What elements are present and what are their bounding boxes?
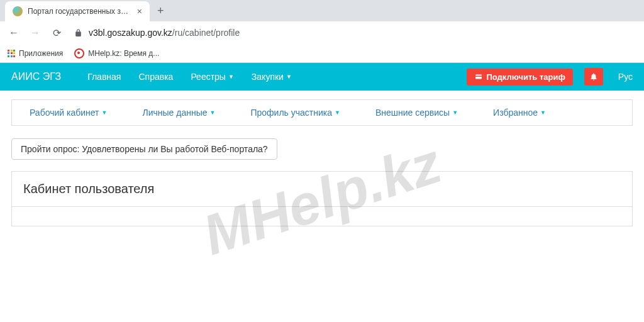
chevron-down-icon: ▼ <box>452 109 458 116</box>
mhelp-favicon <box>74 48 84 58</box>
nav-registries[interactable]: Реестры▼ <box>182 72 242 82</box>
lock-icon <box>74 29 82 37</box>
chevron-down-icon: ▼ <box>228 74 234 80</box>
chevron-down-icon: ▼ <box>335 109 340 116</box>
svg-rect-1 <box>475 76 482 77</box>
nav-purchases[interactable]: Закупки▼ <box>243 72 301 82</box>
bookmark-mhelp[interactable]: MHelp.kz: Время д... <box>74 48 159 58</box>
notifications-button[interactable] <box>584 68 603 86</box>
new-tab-button[interactable]: + <box>150 4 172 18</box>
brand-logo[interactable]: АИИС ЭГЗ <box>11 71 61 82</box>
connect-tariff-button[interactable]: Подключить тариф <box>467 69 573 86</box>
tab-bar: Портал государственных закупо × + <box>0 0 644 21</box>
top-nav: АИИС ЭГЗ Главная Справка Реестры▼ Закупк… <box>0 63 644 91</box>
language-switch[interactable]: Рус <box>618 72 633 82</box>
chevron-down-icon: ▼ <box>540 109 546 116</box>
panel-body <box>12 207 632 226</box>
survey-link[interactable]: Пройти опрос: Удовлетворены ли Вы работо… <box>11 138 277 160</box>
subnav-external[interactable]: Внешние сервисы▼ <box>358 108 475 118</box>
forward-button[interactable]: → <box>29 27 42 38</box>
bookmark-apps[interactable]: Приложения <box>8 49 63 58</box>
back-button[interactable]: ← <box>8 27 20 38</box>
subnav-profile[interactable]: Профиль участника▼ <box>233 108 358 118</box>
nav-help[interactable]: Справка <box>130 72 182 82</box>
apps-icon <box>8 50 15 57</box>
url-text: v3bl.goszakup.gov.kz/ru/cabinet/profile <box>89 28 240 38</box>
close-icon[interactable]: × <box>137 6 142 16</box>
subnav-favorites[interactable]: Избранное▼ <box>475 108 564 118</box>
subnav-personal[interactable]: Личные данные▼ <box>125 108 233 118</box>
card-icon <box>474 73 483 80</box>
subnav-cabinet[interactable]: Рабочий кабинет▼ <box>12 108 125 118</box>
reload-button[interactable]: ⟳ <box>50 27 63 39</box>
tab-title: Портал государственных закупо <box>28 7 132 16</box>
chevron-down-icon: ▼ <box>286 74 292 80</box>
panel-title: Кабинет пользователя <box>12 172 632 207</box>
browser-tab[interactable]: Портал государственных закупо × <box>5 1 150 21</box>
tab-favicon <box>13 6 23 16</box>
bell-icon <box>589 72 598 81</box>
bookmarks-bar: Приложения MHelp.kz: Время д... <box>0 44 644 63</box>
chevron-down-icon: ▼ <box>102 109 108 116</box>
chevron-down-icon: ▼ <box>209 109 215 116</box>
nav-main[interactable]: Главная <box>79 72 130 82</box>
user-cabinet-panel: Кабинет пользователя <box>11 171 633 226</box>
sub-nav: Рабочий кабинет▼ Личные данные▼ Профиль … <box>11 99 633 126</box>
address-bar: ← → ⟳ v3bl.goszakup.gov.kz/ru/cabinet/pr… <box>0 21 644 44</box>
url-input[interactable]: v3bl.goszakup.gov.kz/ru/cabinet/profile <box>72 28 636 38</box>
